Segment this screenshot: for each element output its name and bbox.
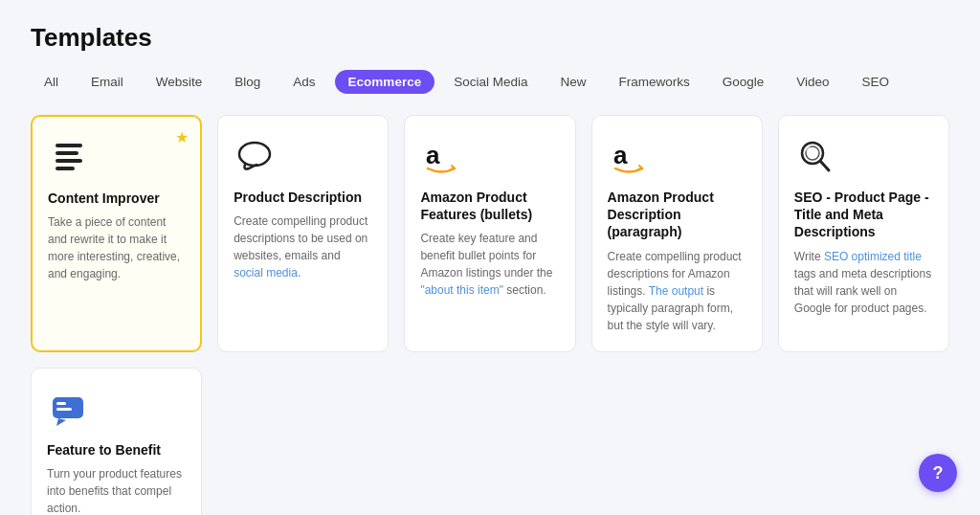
card-title: Amazon Product Features (bullets) — [420, 189, 559, 223]
card-content-improver[interactable]: ★ Content Improver Take a piece of conte… — [31, 115, 202, 352]
card-product-description[interactable]: Product Description Create compelling pr… — [217, 115, 389, 352]
help-button[interactable]: ? — [919, 454, 957, 492]
star-icon: ★ — [175, 128, 189, 146]
svg-text:a: a — [426, 141, 440, 169]
tab-frameworks[interactable]: Frameworks — [605, 70, 702, 94]
card-desc: Write SEO optimized title tags and meta … — [794, 248, 933, 317]
tabs-nav: All Email Website Blog Ads Ecommerce Soc… — [31, 70, 949, 94]
card-title: Content Improver — [48, 190, 185, 207]
tab-ads[interactable]: Ads — [279, 70, 328, 94]
card-icon-chat — [47, 388, 89, 430]
card-title: Product Description — [234, 189, 372, 206]
tab-seo[interactable]: SEO — [849, 70, 903, 94]
card-desc: Create compelling product descriptions t… — [234, 213, 372, 281]
card-amazon-description[interactable]: a Amazon Product Description (paragraph)… — [591, 115, 763, 352]
card-icon-amazon: a — [420, 135, 462, 177]
card-icon-magnifier — [794, 135, 836, 177]
svg-text:a: a — [613, 141, 628, 169]
cards-row2: Feature to Benefit Turn your product fea… — [31, 368, 949, 515]
card-icon-lines — [48, 136, 90, 178]
tab-new[interactable]: New — [546, 70, 599, 94]
svg-point-6 — [806, 146, 812, 152]
card-desc: Create compelling product descriptions f… — [608, 248, 746, 334]
svg-point-0 — [239, 143, 270, 166]
card-desc: Turn your product features into benefits… — [47, 465, 186, 515]
card-icon-speech — [234, 135, 276, 177]
tab-social-media[interactable]: Social Media — [440, 70, 541, 94]
page-title: Templates — [31, 23, 949, 53]
card-desc: Take a piece of content and rewrite it t… — [48, 213, 185, 282]
tab-website[interactable]: Website — [143, 70, 216, 94]
tab-all[interactable]: All — [31, 70, 72, 94]
svg-rect-8 — [56, 402, 66, 405]
card-seo-product[interactable]: SEO - Product Page - Title and Meta Desc… — [778, 115, 949, 352]
tab-email[interactable]: Email — [78, 70, 137, 94]
card-feature-benefit[interactable]: Feature to Benefit Turn your product fea… — [31, 368, 202, 515]
cards-row1: ★ Content Improver Take a piece of conte… — [31, 115, 949, 352]
tab-ecommerce[interactable]: Ecommerce — [335, 70, 435, 94]
tab-blog[interactable]: Blog — [221, 70, 274, 94]
tab-google[interactable]: Google — [709, 70, 778, 94]
tab-video[interactable]: Video — [783, 70, 842, 94]
svg-line-5 — [820, 161, 829, 170]
card-title: Amazon Product Description (paragraph) — [608, 189, 746, 241]
card-desc: Create key feature and benefit bullet po… — [420, 230, 559, 299]
card-amazon-features[interactable]: a Amazon Product Features (bullets) Crea… — [404, 115, 575, 352]
card-title: Feature to Benefit — [47, 441, 186, 459]
card-title: SEO - Product Page - Title and Meta Desc… — [794, 189, 933, 241]
svg-rect-9 — [56, 408, 72, 411]
card-icon-amazon2: a — [608, 135, 650, 177]
